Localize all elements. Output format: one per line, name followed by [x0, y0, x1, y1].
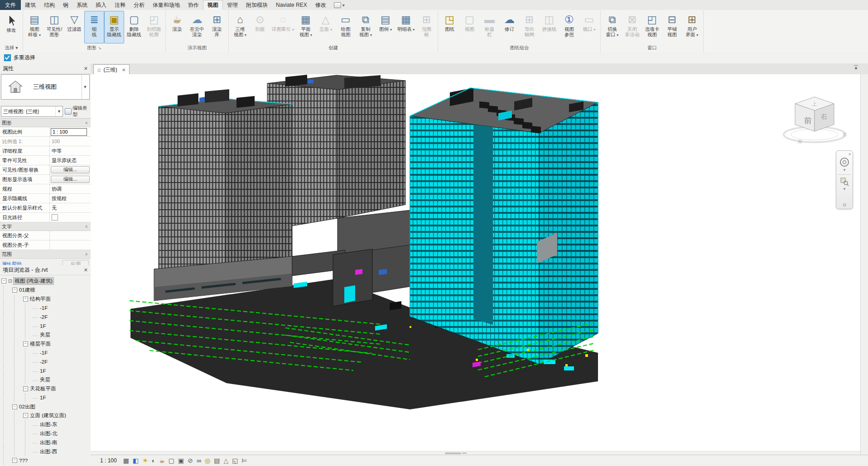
menu-tab-modify[interactable]: 修改 — [311, 0, 330, 10]
prop-value-2[interactable]: 100 — [51, 139, 60, 144]
tree-item-15[interactable]: −立面 (建筑立面) — [0, 411, 91, 420]
vertical-scrollbar[interactable] — [860, 74, 868, 455]
ribbon-button-3d-view[interactable]: ⌂三维视图 ▾ — [230, 11, 250, 43]
ribbon-button-plan-views[interactable]: ▦平面视图 ▾ — [296, 11, 316, 43]
menu-tab-naviate-rex[interactable]: Naviate REX — [272, 0, 311, 10]
tree-expander-icon[interactable]: − — [12, 288, 17, 293]
menu-tab-manage[interactable]: 管理 — [223, 0, 242, 10]
tree-item-10[interactable]: 1F — [0, 366, 91, 375]
ribbon-button-revisions[interactable]: ☁修订 — [499, 11, 519, 43]
tree-item-9[interactable]: -2F — [0, 357, 91, 366]
tree-item-13[interactable]: 1F — [0, 393, 91, 402]
prop-value-9[interactable]: 无 — [51, 205, 57, 211]
tree-item-18[interactable]: 出图-南 — [0, 438, 91, 447]
ribbon-button-section[interactable]: ⊙剖面 — [250, 11, 270, 43]
menu-tab-collaborate[interactable]: 协作 — [184, 0, 203, 10]
menu-tab-structure[interactable]: 结构 — [40, 0, 59, 10]
type-selector[interactable]: 三维视图 ▼ — [1, 74, 90, 100]
chevron-down-icon[interactable]: ▼ — [843, 187, 846, 191]
tree-expander-icon[interactable]: − — [12, 404, 17, 409]
ribbon-button-elevation[interactable]: △立面 ▾ — [316, 11, 336, 43]
zoom-icon[interactable] — [840, 177, 849, 186]
ribbon-button-visibility-graphics[interactable]: ◫可见性/图形 — [44, 11, 64, 43]
ribbon-group-label-select[interactable]: 选择 ▾ — [0, 45, 23, 51]
tree-expander-icon[interactable]: − — [23, 297, 28, 302]
prop-value-7[interactable]: 协调 — [51, 186, 62, 192]
tree-item-14[interactable]: −02出图 — [0, 402, 91, 411]
prop-section-14[interactable]: 范围∧ — [0, 250, 91, 259]
close-icon[interactable]: ✕ — [122, 67, 125, 72]
close-icon[interactable]: ✕ — [84, 66, 88, 72]
model-canvas[interactable]: 前 右 上 南 东 ⊗ ▼ ▼ ⊖ — — [91, 74, 861, 455]
tree-item-12[interactable]: −天花板平面 — [0, 384, 91, 394]
ribbon-button-switch-windows[interactable]: ⧉切换窗口 ▾ — [602, 11, 622, 43]
tab-overflow-button[interactable]: ▼ — [854, 65, 858, 71]
ribbon-button-legends[interactable]: ▤图例 ▾ — [376, 11, 395, 43]
ribbon-button-tab-views[interactable]: ◰选项卡视图 — [642, 11, 662, 43]
ribbon-button-view-templates[interactable]: ▤视图样板 ▾ — [24, 11, 44, 43]
tree-item-7[interactable]: −楼层平面 — [0, 340, 91, 349]
menu-tab-systems[interactable]: 系统 — [72, 0, 92, 10]
ribbon-button-close-inactive[interactable]: ⊠关闭非活动 — [622, 11, 642, 43]
view-tab-3d[interactable]: ⌂ {三维} ✕ — [93, 64, 130, 75]
tree-item-3[interactable]: -1F — [0, 303, 91, 312]
prop-value-4[interactable]: 显示原状态 — [51, 157, 77, 164]
temporary-hide-isolate-icon[interactable]: ∞ — [197, 457, 201, 464]
scale-button[interactable]: 1 : 100 — [97, 457, 120, 464]
prop-section-11[interactable]: 文字∧ — [0, 222, 91, 231]
multiselect-checkbox[interactable] — [4, 54, 11, 61]
highlight-displacement-sets-icon[interactable]: ◱ — [232, 457, 238, 464]
tree-expander-icon[interactable]: − — [12, 458, 17, 463]
chevron-down-icon[interactable]: ▼ — [843, 168, 846, 172]
close-icon[interactable]: ✕ — [84, 267, 88, 273]
menu-tab-addins[interactable]: 附加模块 — [242, 0, 272, 10]
tree-item-2[interactable]: −结构平面 — [0, 295, 91, 304]
ribbon-button-cut-profile[interactable]: ◰剖切面轮廓 — [144, 11, 164, 43]
navigation-bar[interactable]: ⊗ ▼ ▼ ⊖ — [836, 150, 853, 209]
ribbon-button-remove-hidden-lines[interactable]: ▢删除隐藏线 — [124, 11, 144, 43]
tree-item-17[interactable]: 出图-北 — [0, 429, 91, 438]
unlocked-3d-view-icon[interactable]: ⊘ — [188, 457, 193, 464]
tree-item-16[interactable]: 出图-东 — [0, 420, 91, 429]
ribbon-button-viewports[interactable]: ▭视口 ▾ — [579, 11, 599, 43]
prop-value-1[interactable]: 1 : 100 — [51, 128, 87, 136]
tree-expander-icon[interactable]: − — [23, 386, 28, 391]
ribbon-button-matchline[interactable]: ◫拼接线 — [539, 11, 559, 43]
prop-section-0[interactable]: 图形∧ — [0, 119, 91, 127]
tree-item-5[interactable]: 1F — [0, 322, 91, 331]
tree-item-20[interactable]: −??? — [0, 456, 91, 465]
ribbon-button-modify[interactable]: 修改 — [1, 11, 21, 43]
collapse-icon[interactable]: ⊖ — [843, 202, 846, 207]
ribbon-button-view-reference[interactable]: ①视图参照 — [559, 11, 579, 43]
ribbon-button-sheet[interactable]: ◳图纸 — [439, 11, 459, 43]
menu-tab-insert[interactable]: 插入 — [92, 0, 111, 10]
edit-type-button[interactable]: 编辑类型 — [65, 105, 90, 118]
tree-item-8[interactable]: -1F — [0, 348, 91, 357]
ribbon-button-render-in-cloud[interactable]: ☁在云中渲染 — [187, 11, 207, 43]
tree-item-4[interactable]: -2F — [0, 312, 91, 322]
ribbon-button-thin-lines[interactable]: ≣细线 — [84, 11, 104, 43]
prop-checkbox-10[interactable] — [52, 214, 58, 221]
ribbon-button-view[interactable]: ▢视图 — [459, 11, 479, 43]
ribbon-button-show-hidden-lines[interactable]: ▣显示隐藏线 — [104, 11, 124, 43]
tree-item-6[interactable]: 夹层 — [0, 331, 91, 340]
prop-edit-button-6[interactable]: 编辑... — [51, 176, 90, 183]
render-dialog-icon[interactable]: ☕ — [159, 457, 165, 464]
steering-wheel-icon[interactable] — [839, 157, 849, 167]
tree-item-19[interactable]: 出图-西 — [0, 447, 91, 456]
ribbon-button-render[interactable]: ☕渲染 — [167, 11, 187, 43]
reveal-constraints-icon[interactable]: ⊨ — [241, 457, 247, 464]
ribbon-button-tile-views[interactable]: ⊟平铺视图 — [662, 11, 682, 43]
show-analytical-model-icon[interactable]: △ — [223, 457, 228, 464]
ribbon-button-callout[interactable]: ◌详图索引 ▾ — [270, 11, 296, 43]
sun-path-icon[interactable]: ☀ — [142, 457, 148, 464]
reveal-hidden-elements-icon[interactable]: ◎ — [205, 457, 210, 464]
visual-style-icon[interactable]: ◧ — [133, 457, 139, 464]
show-crop-region-icon[interactable]: ▣ — [178, 457, 184, 464]
menu-tab-analyze[interactable]: 分析 — [130, 0, 149, 10]
menu-tab-annotate[interactable]: 注释 — [111, 0, 130, 10]
ribbon-button-guide-grid[interactable]: ⊞导向轴网 — [519, 11, 539, 43]
ribbon-button-title-block[interactable]: ▬标题栏 — [479, 11, 499, 43]
view-cube[interactable]: 前 右 上 南 东 — [781, 91, 849, 150]
chevron-down-icon[interactable]: ▼ — [82, 75, 88, 99]
